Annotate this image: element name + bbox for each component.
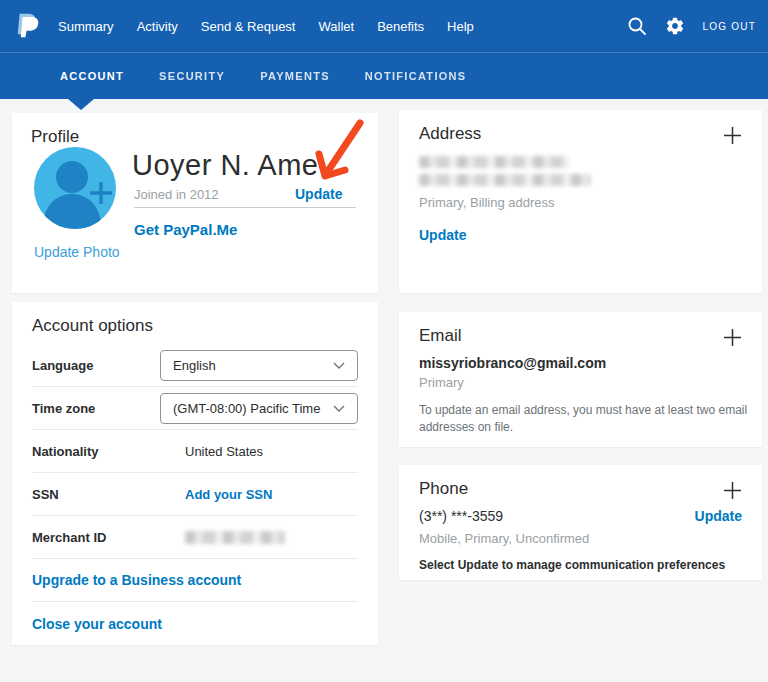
nationality-label: Nationality [32,444,160,459]
nav-item-benefits[interactable]: Benefits [377,19,424,34]
add-phone-plus-icon[interactable] [723,481,742,500]
profile-divider [134,207,356,208]
profile-card: Profile Update Photo Uoyer N. Ame Joined… [12,113,378,293]
avatar[interactable] [34,147,116,229]
update-photo-link[interactable]: Update Photo [34,244,120,260]
close-account-row: Close your account [32,602,358,645]
email-heading: Email [419,326,462,346]
timezone-select-value: (GMT-08:00) Pacific Time [173,401,333,416]
tab-security[interactable]: SECURITY [159,70,225,82]
add-email-plus-icon[interactable] [723,328,742,347]
email-address: missyriobranco@gmail.com [419,355,742,371]
add-ssn-link[interactable]: Add your SSN [185,487,272,502]
email-note: To update an email address, you must hav… [419,402,749,436]
address-heading: Address [419,124,481,144]
timezone-label: Time zone [32,401,160,416]
settings-tabs: ACCOUNT SECURITY PAYMENTS NOTIFICATIONS [0,52,768,99]
tab-payments[interactable]: PAYMENTS [260,70,330,82]
tab-notifications[interactable]: NOTIFICATIONS [365,70,467,82]
nav-item-send-request[interactable]: Send & Request [201,19,296,34]
settings-content: Profile Update Photo Uoyer N. Ame Joined… [0,99,768,682]
add-address-plus-icon[interactable] [723,126,742,145]
language-label: Language [32,358,160,373]
nav-item-wallet[interactable]: Wallet [318,19,354,34]
merchant-id-redacted [185,531,285,544]
chevron-down-icon [333,405,345,412]
phone-card: Phone (3**) ***-3559 Update Mobile, Prim… [399,465,762,580]
merchant-id-label: Merchant ID [32,530,160,545]
paypal-logo-icon[interactable] [14,10,40,42]
upgrade-business-row: Upgrade to a Business account [32,559,358,602]
address-line2-redacted [419,174,591,186]
address-meta: Primary, Billing address [419,195,742,210]
phone-update-link[interactable]: Update [695,508,742,524]
timezone-select[interactable]: (GMT-08:00) Pacific Time [160,393,358,424]
address-card: Address Primary, Billing address Update [399,110,762,293]
phone-number: (3**) ***-3559 [419,508,503,524]
profile-name: Uoyer N. Ame [132,149,319,182]
ssn-row: SSN Add your SSN [32,473,358,516]
account-options-card: Account options Language English Time zo… [12,302,378,645]
timezone-row: Time zone (GMT-08:00) Pacific Time [32,387,358,430]
language-row: Language English [32,344,358,387]
merchant-id-row: Merchant ID [32,516,358,559]
nav-item-activity[interactable]: Activity [137,19,178,34]
top-navigation: Summary Activity Send & Request Wallet B… [0,0,768,52]
tab-account[interactable]: ACCOUNT [60,70,124,82]
logout-button[interactable]: LOG OUT [703,21,756,32]
upgrade-business-link[interactable]: Upgrade to a Business account [32,572,241,588]
profile-heading: Profile [31,127,79,147]
ssn-label: SSN [32,487,160,502]
profile-joined: Joined in 2012 [134,187,219,202]
profile-update-link[interactable]: Update [295,186,342,202]
email-card: Email missyriobranco@gmail.com Primary T… [399,312,762,447]
get-paypal-me-link[interactable]: Get PayPal.Me [134,221,237,238]
address-update-link[interactable]: Update [419,227,466,243]
gear-icon[interactable] [665,16,685,36]
nav-item-help[interactable]: Help [447,19,474,34]
phone-note: Select Update to manage communication pr… [419,558,742,572]
language-select[interactable]: English [160,350,358,381]
email-meta: Primary [419,375,742,390]
close-account-link[interactable]: Close your account [32,616,162,632]
language-select-value: English [173,358,333,373]
nav-item-summary[interactable]: Summary [58,19,114,34]
nationality-value: United States [185,444,263,459]
search-icon[interactable] [627,16,647,36]
address-line1-redacted [419,156,569,168]
topnav-actions: LOG OUT [627,0,756,52]
primary-nav-links: Summary Activity Send & Request Wallet B… [58,19,474,34]
phone-meta: Mobile, Primary, Unconfirmed [419,531,742,546]
account-options-heading: Account options [32,314,358,338]
phone-heading: Phone [419,479,468,499]
nationality-row: Nationality United States [32,430,358,473]
chevron-down-icon [333,362,345,369]
